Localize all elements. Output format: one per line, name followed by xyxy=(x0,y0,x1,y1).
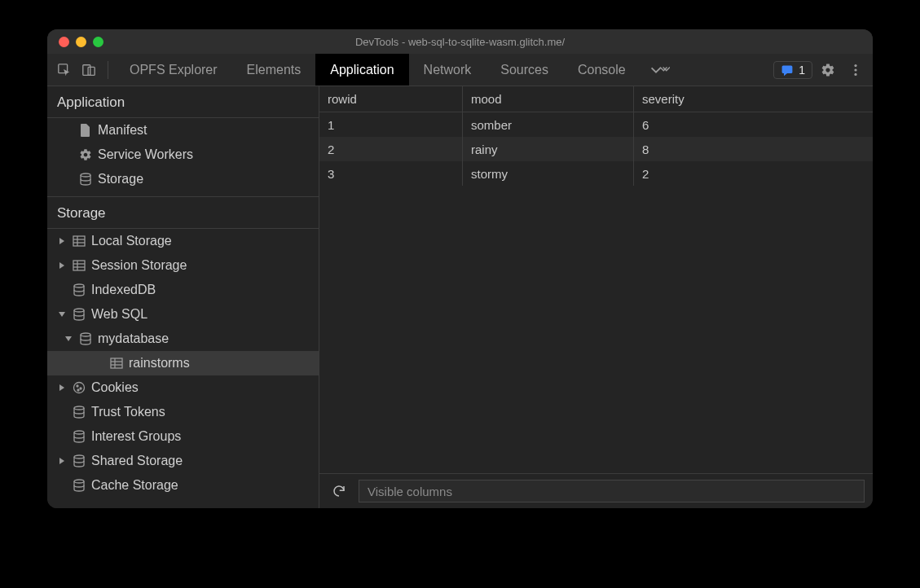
close-window-button[interactable] xyxy=(59,37,69,47)
cookie-icon xyxy=(72,381,86,394)
document-icon xyxy=(78,124,93,137)
sidebar-item-label: Manifest xyxy=(98,123,147,138)
svg-point-24 xyxy=(77,385,78,387)
chevron-down-icon xyxy=(57,309,67,319)
more-tabs-button[interactable] xyxy=(640,54,678,86)
table-row[interactable]: 2rainy8 xyxy=(319,137,873,161)
svg-rect-1 xyxy=(83,64,90,75)
table-cell: stormy xyxy=(463,161,634,186)
tab-application[interactable]: Application xyxy=(315,54,408,86)
svg-rect-2 xyxy=(88,67,95,75)
table-cell: somber xyxy=(463,112,634,137)
table-row[interactable]: 3stormy2 xyxy=(319,161,873,186)
zoom-window-button[interactable] xyxy=(93,37,103,47)
column-header-severity[interactable]: severity xyxy=(634,86,873,112)
sidebar-item-service-workers[interactable]: Service Workers xyxy=(47,143,319,167)
issues-counter[interactable]: 1 xyxy=(773,61,812,79)
chevron-down-icon xyxy=(64,334,73,344)
svg-point-28 xyxy=(74,431,84,434)
svg-rect-12 xyxy=(73,261,85,270)
sidebar-item-label: rainstorms xyxy=(129,356,190,371)
panel-tabs: OPFS Explorer Elements Application Netwo… xyxy=(115,54,678,86)
window-title: DevTools - web-sql-to-sqlite-wasm.glitch… xyxy=(47,36,873,48)
table-row[interactable]: 1somber6 xyxy=(319,112,873,137)
table-icon xyxy=(72,235,86,247)
sidebar-item-label: Interest Groups xyxy=(91,429,181,444)
sidebar-item-label: Shared Storage xyxy=(91,454,183,468)
gear-icon xyxy=(78,148,93,161)
more-options-button[interactable] xyxy=(843,58,868,82)
sidebar-item-indexeddb[interactable]: IndexedDB xyxy=(47,278,319,302)
window-controls xyxy=(59,37,103,47)
table-cell: rainy xyxy=(463,137,634,161)
refresh-button[interactable] xyxy=(328,480,350,502)
svg-point-26 xyxy=(77,389,79,391)
visible-columns-input[interactable] xyxy=(359,480,865,502)
sidebar-item-database[interactable]: mydatabase xyxy=(47,327,319,351)
svg-point-6 xyxy=(854,72,856,75)
svg-point-7 xyxy=(81,173,90,177)
sidebar-item-label: mydatabase xyxy=(98,331,169,346)
sidebar-item-label: Local Storage xyxy=(91,234,172,248)
database-icon xyxy=(72,406,86,419)
column-header-mood[interactable]: mood xyxy=(463,86,634,112)
sidebar-item-web-sql[interactable]: Web SQL xyxy=(47,302,319,327)
table-header-row: rowid mood severity xyxy=(319,86,873,112)
sidebar-item-label: IndexedDB xyxy=(91,283,156,297)
sidebar-item-shared-storage[interactable]: Shared Storage xyxy=(47,449,319,473)
database-icon xyxy=(72,479,86,492)
tab-elements[interactable]: Elements xyxy=(232,54,316,86)
tab-opfs-explorer[interactable]: OPFS Explorer xyxy=(115,54,232,86)
device-toolbar-icon[interactable] xyxy=(77,58,101,82)
sidebar-item-label: Cache Storage xyxy=(91,478,178,493)
minimize-window-button[interactable] xyxy=(76,37,86,47)
svg-point-29 xyxy=(74,455,84,459)
sidebar-item-session-storage[interactable]: Session Storage xyxy=(47,253,319,278)
devtools-window: DevTools - web-sql-to-sqlite-wasm.glitch… xyxy=(47,29,873,508)
chevron-right-icon xyxy=(57,456,67,466)
table-cell: 2 xyxy=(634,161,873,186)
chevron-right-icon xyxy=(57,261,67,270)
sidebar-item-cookies[interactable]: Cookies xyxy=(47,375,319,400)
table-cell: 2 xyxy=(319,137,463,161)
issues-count-label: 1 xyxy=(799,64,805,77)
section-storage-heading: Storage xyxy=(47,196,319,229)
svg-point-30 xyxy=(74,480,84,483)
sidebar-item-label: Session Storage xyxy=(91,258,187,273)
settings-button[interactable] xyxy=(816,58,840,82)
tab-console[interactable]: Console xyxy=(563,54,640,86)
inspect-element-icon[interactable] xyxy=(52,58,77,82)
tab-network[interactable]: Network xyxy=(409,54,486,86)
database-icon xyxy=(72,308,86,321)
sidebar-item-cache-storage[interactable]: Cache Storage xyxy=(47,473,319,498)
svg-point-27 xyxy=(74,406,84,410)
svg-point-18 xyxy=(81,333,90,336)
svg-rect-3 xyxy=(782,65,793,73)
sidebar-item-label: Service Workers xyxy=(98,147,193,162)
application-sidebar: Application Manifest Service Workers Sto… xyxy=(47,86,319,508)
table-icon xyxy=(72,260,86,271)
main-toolbar: OPFS Explorer Elements Application Netwo… xyxy=(47,54,873,86)
column-header-rowid[interactable]: rowid xyxy=(319,86,463,112)
sidebar-item-label: Storage xyxy=(98,172,143,186)
sidebar-item-trust-tokens[interactable]: Trust Tokens xyxy=(47,400,319,424)
sidebar-item-table-rainstorms[interactable]: rainstorms xyxy=(47,351,319,375)
database-icon xyxy=(78,332,93,345)
svg-point-16 xyxy=(74,284,84,287)
svg-point-4 xyxy=(854,64,856,66)
sidebar-item-label: Trust Tokens xyxy=(91,405,165,419)
panel-body: Application Manifest Service Workers Sto… xyxy=(47,86,873,508)
data-grid-toolbar xyxy=(319,474,873,508)
data-grid-panel: rowid mood severity 1somber62rainy83stor… xyxy=(319,86,873,508)
sidebar-item-manifest[interactable]: Manifest xyxy=(47,118,319,143)
chevron-right-icon xyxy=(57,383,67,393)
table-icon xyxy=(109,358,124,369)
sidebar-item-label: Cookies xyxy=(91,380,139,395)
svg-rect-19 xyxy=(111,358,122,368)
tab-sources[interactable]: Sources xyxy=(486,54,563,86)
chevron-right-icon xyxy=(57,236,67,246)
sidebar-item-local-storage[interactable]: Local Storage xyxy=(47,229,319,253)
sidebar-item-storage[interactable]: Storage xyxy=(47,167,319,191)
sidebar-item-interest-groups[interactable]: Interest Groups xyxy=(47,424,319,449)
database-icon xyxy=(72,454,86,467)
